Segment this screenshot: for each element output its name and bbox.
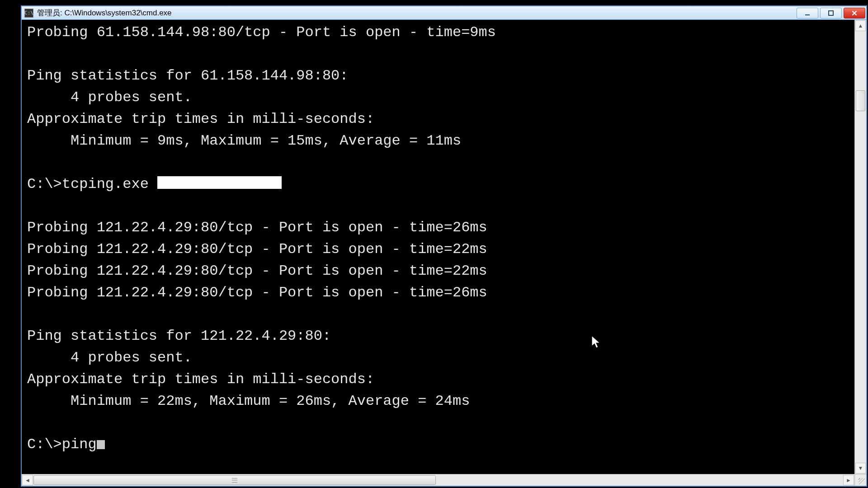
cmd-window: C:\ 管理员: C:\Windows\system32\cmd.exe Pro… <box>21 5 867 487</box>
output-line: Approximate trip times in milli-seconds: <box>27 111 374 127</box>
close-button[interactable] <box>844 8 865 19</box>
svg-rect-0 <box>805 14 810 15</box>
scroll-track[interactable] <box>33 474 843 486</box>
horizontal-scrollbar[interactable]: ◄ ► <box>22 474 854 486</box>
output-line: Ping statistics for 121.22.4.29:80: <box>27 328 331 344</box>
scroll-thumb[interactable] <box>856 90 865 111</box>
terminal-output[interactable]: Probing 61.158.144.98:80/tcp - Port is o… <box>24 20 854 474</box>
text-cursor <box>97 440 105 449</box>
scroll-right-button[interactable]: ► <box>843 475 854 485</box>
output-line: Probing 61.158.144.98:80/tcp - Port is o… <box>27 24 496 41</box>
scroll-left-button[interactable]: ◄ <box>22 475 33 485</box>
output-line: 4 probes sent. <box>27 89 192 106</box>
output-line: Minimum = 9ms, Maximum = 15ms, Average =… <box>27 132 461 149</box>
scroll-up-button[interactable]: ▲ <box>855 20 866 31</box>
vertical-scrollbar[interactable]: ▲ ▼ <box>854 20 866 474</box>
prompt-line: C:\>ping <box>27 436 105 453</box>
scroll-track[interactable] <box>855 32 866 462</box>
window-title: 管理员: C:\Windows\system32\cmd.exe <box>37 8 172 18</box>
maximize-button[interactable] <box>820 8 842 19</box>
output-line: Ping statistics for 61.158.144.98:80: <box>27 67 349 84</box>
titlebar[interactable]: C:\ 管理员: C:\Windows\system32\cmd.exe <box>22 6 866 20</box>
resize-grip[interactable] <box>854 474 866 486</box>
terminal-body: Probing 61.158.144.98:80/tcp - Port is o… <box>22 20 866 486</box>
output-line: Probing 121.22.4.29:80/tcp - Port is ope… <box>27 219 487 236</box>
scroll-down-button[interactable]: ▼ <box>855 463 866 474</box>
output-line: Minimum = 22ms, Maximum = 26ms, Average … <box>27 393 470 409</box>
svg-rect-1 <box>829 11 833 15</box>
window-controls <box>797 8 865 19</box>
scroll-thumb[interactable] <box>33 475 436 485</box>
redacted-hostname <box>157 176 282 189</box>
output-line: 4 probes sent. <box>27 349 192 366</box>
output-line: Approximate trip times in milli-seconds: <box>27 371 374 388</box>
cmd-icon: C:\ <box>24 9 33 18</box>
output-line: Probing 121.22.4.29:80/tcp - Port is ope… <box>27 263 487 279</box>
prompt-line: C:\>tcping.exe <box>27 176 282 192</box>
output-line: Probing 121.22.4.29:80/tcp - Port is ope… <box>27 241 487 258</box>
minimize-button[interactable] <box>797 8 818 19</box>
output-line: Probing 121.22.4.29:80/tcp - Port is ope… <box>27 284 487 301</box>
